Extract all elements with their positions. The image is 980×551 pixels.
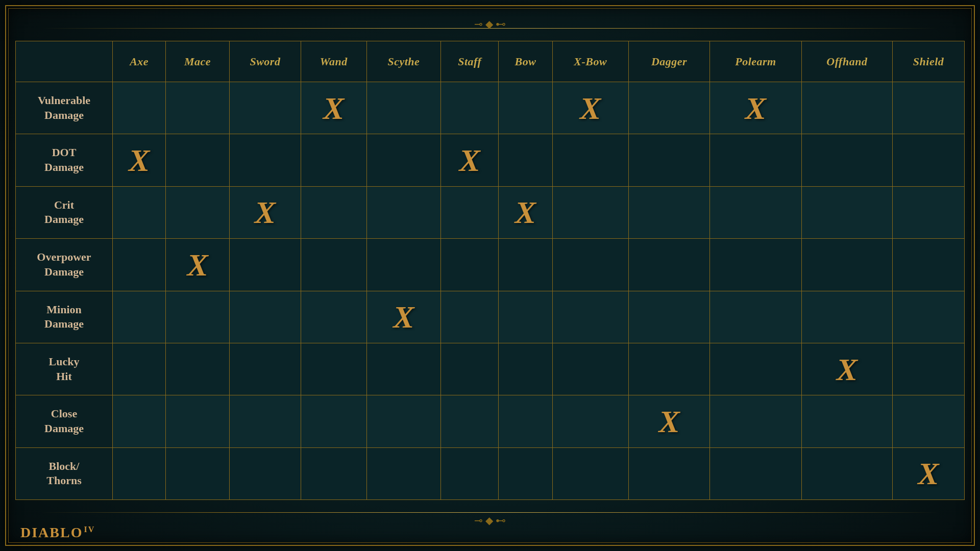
x-mark-icon: X — [580, 91, 601, 126]
cell-6-3 — [301, 395, 366, 447]
cell-3-5 — [441, 239, 499, 291]
row-label-3: OverpowerDamage — [16, 239, 113, 291]
cell-5-9 — [710, 343, 801, 395]
row-label-6: CloseDamage — [16, 395, 113, 447]
cell-1-5: X — [441, 134, 499, 186]
x-mark-icon: X — [837, 352, 857, 387]
cell-0-6 — [499, 82, 552, 134]
cell-0-11 — [893, 82, 965, 134]
cell-6-11 — [893, 395, 965, 447]
cell-0-9: X — [710, 82, 801, 134]
cell-0-3: X — [301, 82, 366, 134]
table-row: Block/ThornsX — [16, 447, 965, 499]
header-sword: Sword — [229, 41, 301, 82]
row-label-2: CritDamage — [16, 186, 113, 238]
cell-2-7 — [552, 186, 628, 238]
cell-2-4 — [366, 186, 440, 238]
cell-5-7 — [552, 343, 628, 395]
cell-5-8 — [628, 343, 710, 395]
cell-7-3 — [301, 447, 366, 499]
row-label-5: LuckyHit — [16, 343, 113, 395]
cell-6-4 — [366, 395, 440, 447]
x-mark-icon: X — [393, 299, 414, 334]
cell-0-2 — [229, 82, 301, 134]
cell-7-0 — [113, 447, 166, 499]
table-header-row: Axe Mace Sword Wand Scythe Staff Bow X-B… — [16, 41, 965, 82]
header-polearm: Polearm — [710, 41, 801, 82]
logo-text: DIABLOIV — [20, 524, 95, 541]
x-mark-icon: X — [129, 143, 150, 178]
table-row: OverpowerDamageX — [16, 239, 965, 291]
table-row: MinionDamageX — [16, 291, 965, 343]
header-empty — [16, 41, 113, 82]
cell-4-11 — [893, 291, 965, 343]
header-bow: Bow — [499, 41, 552, 82]
cell-3-4 — [366, 239, 440, 291]
cell-4-5 — [441, 291, 499, 343]
cell-1-8 — [628, 134, 710, 186]
cell-6-9 — [710, 395, 801, 447]
cell-5-10: X — [801, 343, 893, 395]
cell-4-1 — [166, 291, 230, 343]
cell-6-6 — [499, 395, 552, 447]
bottom-decorative-line — [41, 512, 939, 513]
x-mark-icon: X — [323, 91, 344, 126]
cell-6-2 — [229, 395, 301, 447]
cell-2-0 — [113, 186, 166, 238]
cell-4-3 — [301, 291, 366, 343]
cell-1-7 — [552, 134, 628, 186]
cell-4-6 — [499, 291, 552, 343]
cell-1-0: X — [113, 134, 166, 186]
cell-3-3 — [301, 239, 366, 291]
table-row: LuckyHitX — [16, 343, 965, 395]
cell-2-9 — [710, 186, 801, 238]
cell-6-1 — [166, 395, 230, 447]
x-mark-icon: X — [187, 247, 208, 282]
cell-3-0 — [113, 239, 166, 291]
cell-0-7: X — [552, 82, 628, 134]
cell-0-10 — [801, 82, 893, 134]
cell-1-9 — [710, 134, 801, 186]
cell-1-3 — [301, 134, 366, 186]
x-mark-icon: X — [658, 404, 679, 439]
cell-7-7 — [552, 447, 628, 499]
header-scythe: Scythe — [366, 41, 440, 82]
cell-7-5 — [441, 447, 499, 499]
cell-5-4 — [366, 343, 440, 395]
cell-4-7 — [552, 291, 628, 343]
cell-7-2 — [229, 447, 301, 499]
cell-5-2 — [229, 343, 301, 395]
table-row: CritDamageXX — [16, 186, 965, 238]
cell-2-5 — [441, 186, 499, 238]
cell-2-11 — [893, 186, 965, 238]
cell-7-11: X — [893, 447, 965, 499]
cell-5-1 — [166, 343, 230, 395]
cell-3-1: X — [166, 239, 230, 291]
cell-1-10 — [801, 134, 893, 186]
table-row: CloseDamageX — [16, 395, 965, 447]
row-label-7: Block/Thorns — [16, 447, 113, 499]
cell-1-6 — [499, 134, 552, 186]
cell-6-10 — [801, 395, 893, 447]
top-ornament: ⊸ ◆ ⊷ — [474, 18, 506, 30]
cell-4-10 — [801, 291, 893, 343]
cell-3-7 — [552, 239, 628, 291]
cell-0-8 — [628, 82, 710, 134]
x-mark-icon: X — [745, 91, 766, 126]
cell-7-8 — [628, 447, 710, 499]
x-mark-icon: X — [515, 195, 536, 230]
cell-2-8 — [628, 186, 710, 238]
cell-3-6 — [499, 239, 552, 291]
cell-3-2 — [229, 239, 301, 291]
cell-4-4: X — [366, 291, 440, 343]
cell-1-2 — [229, 134, 301, 186]
cell-5-5 — [441, 343, 499, 395]
cell-0-5 — [441, 82, 499, 134]
header-shield: Shield — [893, 41, 965, 82]
row-label-1: DOTDamage — [16, 134, 113, 186]
cell-2-3 — [301, 186, 366, 238]
logo-numeral: IV — [84, 525, 95, 534]
row-label-4: MinionDamage — [16, 291, 113, 343]
weapon-damage-table: Axe Mace Sword Wand Scythe Staff Bow X-B… — [15, 41, 965, 500]
cell-3-9 — [710, 239, 801, 291]
